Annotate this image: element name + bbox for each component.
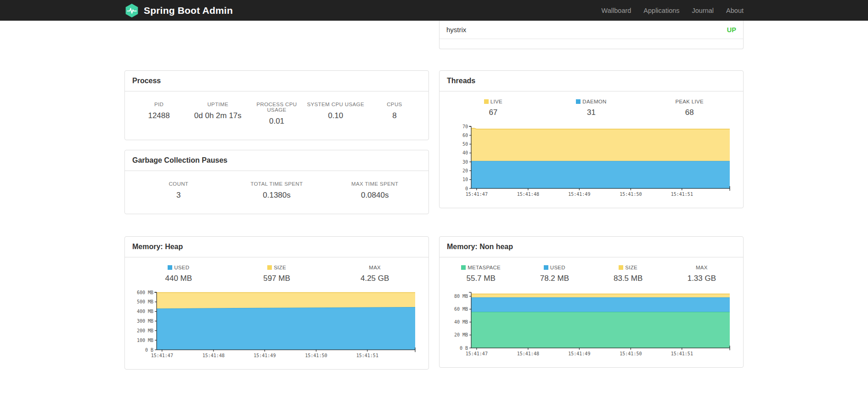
y-tick-label: 20 (462, 168, 468, 173)
legend-label-row: DAEMON (542, 99, 641, 104)
legend-label: MAX (369, 265, 381, 270)
legend-value: 4.25 GB (326, 274, 424, 283)
y-tick-label: 80 MB (454, 294, 468, 299)
process-panel-heading: Process (125, 71, 428, 91)
area-used (157, 307, 415, 350)
gc-panel: Garbage Collection Pauses COUNT 3 TOTAL … (124, 150, 429, 214)
x-tick-label: 15:41:51 (671, 192, 693, 197)
memory-heap-panel: Memory: Heap USED 440 MB SIZE (124, 236, 429, 370)
left-column-spacer (124, 21, 429, 49)
process-panel: Process PID 12488 UPTIME 0d 0h 2m 17s PR… (124, 70, 429, 140)
gc-metrics: COUNT 3 TOTAL TIME SPENT 0.1380s MAX TIM… (125, 171, 428, 214)
right-column-nonheap: Memory: Non heap METASPACE 55.7 MB USED (439, 236, 744, 370)
metric-label: UPTIME (188, 102, 247, 107)
x-tick-label: 15:41:50 (305, 353, 327, 358)
legend-label: PEAK LIVE (675, 99, 704, 104)
legend-item-live: LIVE 67 (444, 99, 542, 117)
legend-value: 440 MB (130, 274, 228, 283)
nav-link-about[interactable]: About (726, 7, 744, 14)
legend-value: 31 (542, 108, 641, 117)
legend-label: LIVE (490, 99, 502, 104)
x-tick-label: 15:41:47 (466, 192, 488, 197)
nonheap-legend: METASPACE 55.7 MB USED 78.2 MB (440, 257, 743, 284)
legend-value: 1.33 GB (665, 274, 738, 283)
y-tick-label: 20 MB (454, 332, 468, 337)
y-tick-label: 300 MB (137, 319, 153, 324)
memory-heap-panel-heading: Memory: Heap (125, 237, 428, 257)
legend-item-max: MAX 1.33 GB (665, 265, 738, 283)
metaspace-swatch-icon (461, 265, 466, 270)
y-tick-label: 0 B (145, 347, 153, 353)
y-tick-label: 200 MB (137, 328, 153, 333)
metric-value: 12488 (130, 111, 188, 120)
area-top-line-live (471, 128, 730, 129)
legend-label: SIZE (625, 265, 637, 270)
legend-label: MAX (696, 265, 708, 270)
threads-panel-heading: Threads (440, 71, 743, 91)
legend-label: METASPACE (468, 265, 501, 270)
x-tick-label: 15:41:49 (568, 351, 590, 356)
threads-panel-title: Threads (447, 77, 475, 85)
legend-label-row: LIVE (444, 99, 542, 104)
left-column-process: Process PID 12488 UPTIME 0d 0h 2m 17s PR… (124, 70, 429, 214)
legend-label-row: PEAK LIVE (640, 99, 738, 104)
legend-value: 55.7 MB (444, 274, 518, 283)
y-tick-label: 70 (462, 124, 468, 129)
metric-process-cpu-usage: PROCESS CPU USAGE 0.01 (247, 102, 306, 126)
x-tick-label: 15:41:49 (568, 192, 590, 197)
legend-label: SIZE (274, 265, 286, 270)
y-tick-label: 40 (462, 150, 468, 155)
y-tick-label: 30 (462, 159, 468, 165)
threads-panel: Threads LIVE 67 DAEMON (439, 70, 744, 208)
heap-legend: USED 440 MB SIZE 597 MB MAX (125, 257, 428, 284)
x-tick-label: 15:41:49 (254, 353, 276, 358)
y-tick-label: 100 MB (137, 338, 153, 343)
y-tick-label: 10 (462, 177, 468, 182)
nav-link-wallboard[interactable]: Wallboard (602, 7, 631, 14)
metric-value: 0.10 (306, 111, 365, 120)
health-row-hystrix: hystrix UP (440, 21, 743, 39)
area-live (471, 128, 730, 161)
legend-label-row: SIZE (228, 265, 326, 270)
legend-label-row: USED (518, 265, 591, 270)
y-tick-label: 600 MB (137, 290, 153, 295)
area-metaspace (471, 312, 730, 348)
metric-label: COUNT (130, 181, 228, 187)
metric-label: TOTAL TIME SPENT (228, 181, 326, 187)
metric-uptime: UPTIME 0d 0h 2m 17s (188, 102, 247, 126)
row-memory: Memory: Heap USED 440 MB SIZE (124, 236, 744, 370)
threads-legend: LIVE 67 DAEMON 31 PEAK LIVE (440, 91, 743, 118)
memory-nonheap-panel-heading: Memory: Non heap (440, 237, 743, 257)
size-swatch-icon (619, 265, 623, 270)
nav-link-applications[interactable]: Applications (643, 7, 679, 14)
x-tick-label: 15:41:51 (356, 353, 378, 358)
legend-item-max: MAX 4.25 GB (326, 265, 424, 283)
y-tick-label: 60 (462, 133, 468, 138)
health-check-name: hystrix (446, 26, 466, 34)
legend-item-used: USED 78.2 MB (518, 265, 591, 283)
brand-title: Spring Boot Admin (144, 5, 233, 16)
y-tick-label: 500 MB (137, 299, 153, 304)
legend-value: 83.5 MB (592, 274, 665, 283)
legend-item-peak-live: PEAK LIVE 68 (640, 99, 738, 117)
metric-value: 0d 0h 2m 17s (188, 111, 247, 120)
brand-link[interactable]: Spring Boot Admin (124, 3, 233, 18)
legend-item-size: SIZE 597 MB (228, 265, 326, 283)
metric-gc-max-time: MAX TIME SPENT 0.0840s (326, 181, 424, 200)
spring-boot-admin-logo-icon (124, 3, 139, 18)
nonheap-chart: 0 B20 MB40 MB60 MB80 MB15:41:4715:41:481… (440, 284, 743, 367)
x-tick-label: 15:41:47 (151, 353, 173, 358)
nav-link-journal[interactable]: Journal (692, 7, 714, 14)
metric-value: 0.0840s (326, 191, 424, 200)
health-status-badge: UP (727, 26, 736, 34)
legend-label-row: METASPACE (444, 265, 518, 270)
process-panel-title: Process (132, 77, 161, 85)
metric-label: SYSTEM CPU USAGE (306, 102, 365, 107)
nav-links: Wallboard Applications Journal About (602, 7, 744, 14)
legend-label: USED (550, 265, 565, 270)
legend-label: USED (174, 265, 189, 270)
row-process-threads: Process PID 12488 UPTIME 0d 0h 2m 17s PR… (124, 70, 744, 214)
y-tick-label: 50 (462, 142, 468, 147)
live-swatch-icon (484, 99, 489, 104)
y-tick-label: 400 MB (137, 309, 153, 314)
